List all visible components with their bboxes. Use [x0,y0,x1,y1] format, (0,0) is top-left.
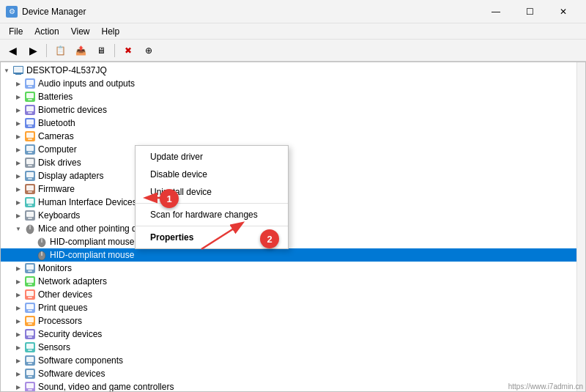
tree-item-root[interactable]: ▼ DESKTOP-4L537JQ [1,64,576,77]
svg-rect-19 [26,146,34,151]
device-icon-monitors [24,262,36,274]
menu-action[interactable]: Action [29,25,64,38]
tree-item-human[interactable]: ▶ Human Interface Devices [1,196,576,209]
device-icon-sensors [24,341,36,353]
expand-icon-other[interactable]: ▶ [12,289,24,300]
tree-item-batteries[interactable]: ▶ Batteries [1,90,576,103]
tree-item-label-keyboards: Keyboards [38,210,80,221]
tree-item-label-hid2: HID-compliant mouse [50,250,134,260]
expand-icon-sound[interactable]: ▶ [12,381,24,391]
expand-icon-sensors[interactable]: ▶ [12,341,24,353]
device-tree[interactable]: ▼ DESKTOP-4L537JQ▶ Audio inputs and outp… [1,62,576,391]
tree-item-network[interactable]: ▶ Network adapters [1,275,576,288]
tree-item-label-other: Other devices [38,289,92,300]
expand-icon-root[interactable]: ▼ [1,64,12,76]
tree-item-label-batteries: Batteries [38,92,73,102]
device-icon-security [24,328,36,340]
tree-item-software-components[interactable]: ▶ Software components [1,354,576,367]
expand-icon-monitors[interactable]: ▶ [12,262,24,274]
minimize-button[interactable]: — [479,0,513,23]
expand-icon-processors[interactable]: ▶ [12,315,24,327]
update-driver-button[interactable]: 📤 [71,42,90,59]
tree-item-computer[interactable]: ▶ Computer [1,143,576,156]
scrollbar[interactable] [576,62,585,391]
tree-item-hid2[interactable]: HID-compliant mouse [1,248,576,262]
expand-icon-audio[interactable]: ▶ [12,78,24,89]
scan-button[interactable]: ✖ [119,42,138,59]
tree-item-bluetooth[interactable]: ▶ Bluetooth [1,117,576,130]
help-button[interactable]: ⊕ [139,42,158,59]
forward-button[interactable]: ▶ [23,42,42,59]
expand-icon-display[interactable]: ▶ [12,170,24,182]
tree-item-disk[interactable]: ▶ Disk drives [1,156,576,169]
expand-icon-computer[interactable]: ▶ [12,144,24,155]
tree-item-processors[interactable]: ▶ Processors [1,314,576,328]
tree-item-label-display: Display adapters [38,171,103,181]
tree-item-sound[interactable]: ▶ Sound, video and game controllers [1,380,576,391]
back-button[interactable]: ◀ [3,42,22,59]
expand-icon-cameras[interactable]: ▶ [12,130,24,142]
expand-icon-batteries[interactable]: ▶ [12,91,24,103]
svg-rect-22 [26,159,34,164]
tree-item-label-software-devices: Software devices [38,369,105,379]
maximize-button[interactable]: ☐ [513,0,546,23]
tree-item-biometric[interactable]: ▶ Biometric devices [1,103,576,117]
menu-bar: File Action View Help [0,23,586,40]
device-icon-other [24,289,36,300]
expand-icon-print[interactable]: ▶ [12,302,24,314]
svg-rect-59 [28,323,32,325]
expand-icon-disk[interactable]: ▶ [12,157,24,169]
main-content: ▼ DESKTOP-4L537JQ▶ Audio inputs and outp… [0,62,586,392]
device-icon-firmware [24,183,36,195]
tree-item-mice[interactable]: ▼ Mice and other pointing devices [1,222,576,235]
expand-icon-security[interactable]: ▶ [12,328,24,340]
svg-rect-61 [26,330,34,336]
tree-item-keyboards[interactable]: ▶ Keyboards [1,209,576,222]
tree-item-security[interactable]: ▶ Security devices [1,328,576,341]
menu-file[interactable]: File [3,25,29,38]
close-button[interactable]: ✕ [546,0,580,23]
svg-rect-70 [26,370,34,375]
tree-item-hid1[interactable]: HID-compliant mouse [1,235,576,248]
expand-icon-biometric[interactable]: ▶ [12,104,24,116]
tree-item-label-print: Print queues [38,303,87,313]
svg-rect-28 [26,185,34,191]
app-icon: ⚙ [6,6,18,18]
expand-icon-software-components[interactable]: ▶ [12,355,24,366]
expand-icon-firmware[interactable]: ▶ [12,183,24,195]
expand-icon-software-devices[interactable]: ▶ [12,368,24,380]
tree-item-display[interactable]: ▶ Display adapters [1,169,576,182]
tree-item-monitors[interactable]: ▶ Monitors [1,262,576,275]
expand-icon-mice[interactable]: ▼ [12,223,24,234]
properties-button[interactable]: 📋 [51,42,70,59]
tree-item-label-processors: Processors [38,316,82,326]
ctx-scan-hardware[interactable]: Scan for hardware changes [136,206,288,223]
tree-item-other[interactable]: ▶ Other devices [1,288,576,301]
svg-rect-20 [28,152,32,153]
tree-item-print[interactable]: ▶ Print queues [1,301,576,314]
expand-icon-network[interactable]: ▶ [12,275,24,287]
device-icon-human [24,196,36,208]
svg-rect-7 [26,93,34,98]
expand-icon-keyboards[interactable]: ▶ [12,210,24,221]
expand-icon-human[interactable]: ▶ [12,196,24,208]
svg-rect-25 [26,172,34,177]
tree-item-firmware[interactable]: ▶ Firmware [1,182,576,196]
monitor-button[interactable]: 🖥 [92,42,111,59]
ctx-update-driver[interactable]: Update driver [136,148,288,166]
window-controls: — ☐ ✕ [479,0,580,23]
tree-item-software-devices[interactable]: ▶ Software devices [1,367,576,380]
tree-item-audio[interactable]: ▶ Audio inputs and outputs [1,77,576,90]
ctx-disable-device[interactable]: Disable device [136,166,288,183]
ctx-uninstall-device[interactable]: Uninstall device [136,183,288,201]
tree-item-label-human: Human Interface Devices [38,197,137,207]
svg-rect-4 [26,80,34,85]
menu-help[interactable]: Help [96,25,126,38]
svg-rect-14 [28,125,32,127]
expand-icon-bluetooth[interactable]: ▶ [12,117,24,129]
svg-rect-55 [26,304,34,309]
svg-rect-73 [26,383,34,388]
tree-item-sensors[interactable]: ▶ Sensors [1,341,576,354]
tree-item-cameras[interactable]: ▶ Cameras [1,130,576,143]
menu-view[interactable]: View [65,25,96,38]
